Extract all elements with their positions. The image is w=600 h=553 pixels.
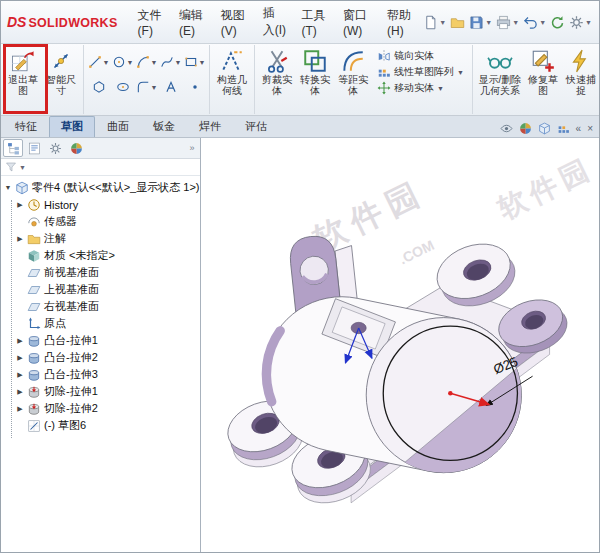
menu-help[interactable]: 帮助(H) (380, 3, 421, 42)
ellipse-tool-button[interactable] (111, 80, 134, 94)
chevron-down-icon[interactable]: ▼ (437, 85, 444, 92)
chevron-down-icon[interactable]: ▼ (439, 19, 446, 26)
smart-dimension-button[interactable]: 智能尺寸 (42, 46, 80, 96)
tree-root-item[interactable]: ▼ 零件4 (默认<<默认>_显示状态 1>) (1, 179, 200, 196)
save-button[interactable]: ▼ (468, 14, 493, 31)
expand-arrow-icon[interactable]: ▶ (16, 354, 24, 362)
chevron-down-icon[interactable]: ▼ (539, 19, 546, 26)
undo-button[interactable]: ▼ (522, 14, 547, 31)
rectangle-tool-button[interactable]: ▼ (183, 55, 206, 69)
trim-entities-button[interactable]: 剪裁实体 (258, 46, 296, 96)
solidworks-window: DS SOLIDWORKS 文件(F) 编辑(E) 视图(V) 插入(I) 工具… (0, 0, 600, 553)
spline-tool-button[interactable]: ▼ (159, 55, 182, 69)
filter-funnel-icon[interactable] (5, 161, 17, 173)
polygon-tool-button[interactable] (87, 80, 110, 94)
filter-caret[interactable]: ▼ (19, 164, 26, 171)
open-button[interactable] (449, 14, 466, 31)
menu-insert[interactable]: 插入(I) (256, 1, 294, 43)
tree-item-annotations[interactable]: ▶ 注解 (1, 230, 200, 247)
chevron-down-icon[interactable]: ▼ (175, 59, 182, 66)
move-entities-button[interactable]: 移动实体 ▼ (375, 80, 466, 96)
tree-item-cut-extrude2[interactable]: ▶ 切除-拉伸2 (1, 400, 200, 417)
origin-icon (27, 317, 41, 331)
point-tool-button[interactable] (183, 80, 206, 94)
panel-chevron[interactable]: » (189, 143, 197, 153)
chevron-down-icon[interactable]: ▼ (199, 59, 206, 66)
graphics-viewport[interactable]: 软件园 .COM 软件园 (201, 138, 600, 552)
menu-window[interactable]: 窗口(W) (336, 3, 379, 42)
expand-arrow-icon[interactable]: ▶ (16, 371, 24, 379)
display-manager-tab[interactable] (66, 139, 86, 157)
tree-item-boss-extrude1[interactable]: ▶ 凸台-拉伸1 (1, 332, 200, 349)
arc-tool-button[interactable]: ▼ (135, 55, 158, 69)
chevron-down-icon[interactable]: ▼ (457, 69, 464, 76)
chevron-down-icon[interactable]: ▼ (127, 59, 134, 66)
tree-item-cut-extrude1[interactable]: ▶ 切除-拉伸1 (1, 383, 200, 400)
linear-sketch-pattern-button[interactable]: 线性草图阵列 ▼ (375, 64, 466, 80)
tree-item-right-plane[interactable]: 右视基准面 (1, 298, 200, 315)
tab-features[interactable]: 特征 (3, 116, 49, 137)
tree-item-top-plane[interactable]: 上视基准面 (1, 281, 200, 298)
ellipse-icon (116, 80, 130, 94)
expand-arrow-icon[interactable]: ▶ (16, 388, 24, 396)
new-document-button[interactable]: ▼ (422, 14, 447, 31)
model-canvas[interactable]: 软件园 .COM 软件园 (201, 138, 600, 552)
plane-icon (27, 283, 41, 297)
tab-weldments[interactable]: 焊件 (187, 116, 233, 137)
feature-tree-tab[interactable] (3, 139, 23, 157)
chevron-down-icon[interactable]: ▼ (151, 84, 158, 91)
menu-edit[interactable]: 编辑(E) (172, 3, 213, 42)
tab-sheet-metal[interactable]: 钣金 (141, 116, 187, 137)
appearance-sphere-icon[interactable] (519, 122, 532, 135)
construction-geometry-button[interactable]: 构造几何线 (213, 46, 251, 96)
tree-item-sensors[interactable]: 传感器 (1, 213, 200, 230)
tree-item-boss-extrude3[interactable]: ▶ 凸台-拉伸3 (1, 366, 200, 383)
tree-item-origin[interactable]: 原点 (1, 315, 200, 332)
tree-item-boss-extrude2[interactable]: ▶ 凸台-拉伸2 (1, 349, 200, 366)
close-icon[interactable]: × (587, 123, 593, 134)
tree-item-history[interactable]: ▶ History (1, 196, 200, 213)
offset-entities-label: 等距实体 (334, 74, 372, 96)
menu-tools[interactable]: 工具(T) (294, 3, 334, 42)
chevron-down-icon[interactable]: ▼ (103, 59, 110, 66)
print-button[interactable]: ▼ (495, 14, 520, 31)
tab-evaluate[interactable]: 评估 (233, 116, 279, 137)
options-button[interactable]: ▼ (568, 14, 593, 31)
menu-file[interactable]: 文件(F) (131, 3, 171, 42)
exit-sketch-button[interactable]: 退出草图 (4, 46, 42, 96)
mirror-entities-button[interactable]: 镜向实体 (375, 48, 466, 64)
convert-entities-button[interactable]: 转换实体 (296, 46, 334, 96)
collapse-ribbon-button[interactable]: « (576, 123, 582, 134)
view-cube-icon[interactable] (538, 122, 551, 135)
linear-pattern-icon (377, 65, 391, 79)
display-grid-icon[interactable] (557, 122, 570, 135)
expand-arrow-icon[interactable]: ▼ (4, 184, 12, 191)
display-delete-relations-button[interactable]: 显示/删除几何关系 (476, 46, 524, 96)
chevron-down-icon[interactable]: ▼ (512, 19, 519, 26)
repair-sketch-button[interactable]: 修复草图 (524, 46, 562, 96)
expand-arrow-icon[interactable]: ▶ (16, 405, 24, 413)
expand-arrow-icon[interactable]: ▶ (16, 235, 24, 243)
chevron-down-icon[interactable]: ▼ (151, 59, 158, 66)
tab-surfaces[interactable]: 曲面 (95, 116, 141, 137)
expand-arrow-icon[interactable]: ▶ (16, 337, 24, 345)
offset-entities-button[interactable]: 等距实体 (334, 46, 372, 96)
fillet-tool-button[interactable]: ▼ (135, 80, 158, 94)
line-tool-button[interactable]: ▼ (87, 55, 110, 69)
quick-snaps-button[interactable]: 快速捕捉 (562, 46, 600, 96)
chevron-down-icon[interactable]: ▼ (485, 19, 492, 26)
chevron-down-icon[interactable]: ▼ (585, 19, 592, 26)
new-document-icon (423, 15, 438, 30)
tab-sketch[interactable]: 草图 (49, 116, 95, 137)
tree-item-front-plane[interactable]: 前视基准面 (1, 264, 200, 281)
configuration-manager-tab[interactable] (45, 139, 65, 157)
text-tool-button[interactable] (159, 80, 182, 94)
tree-item-material[interactable]: 材质 <未指定> (1, 247, 200, 264)
circle-tool-button[interactable]: ▼ (111, 55, 134, 69)
property-manager-tab[interactable] (24, 139, 44, 157)
eye-icon[interactable] (500, 122, 513, 135)
menu-view[interactable]: 视图(V) (214, 3, 255, 42)
rebuild-button[interactable] (549, 14, 566, 31)
tree-item-sketch6[interactable]: (-) 草图6 (1, 417, 200, 434)
expand-arrow-icon[interactable]: ▶ (16, 201, 24, 209)
